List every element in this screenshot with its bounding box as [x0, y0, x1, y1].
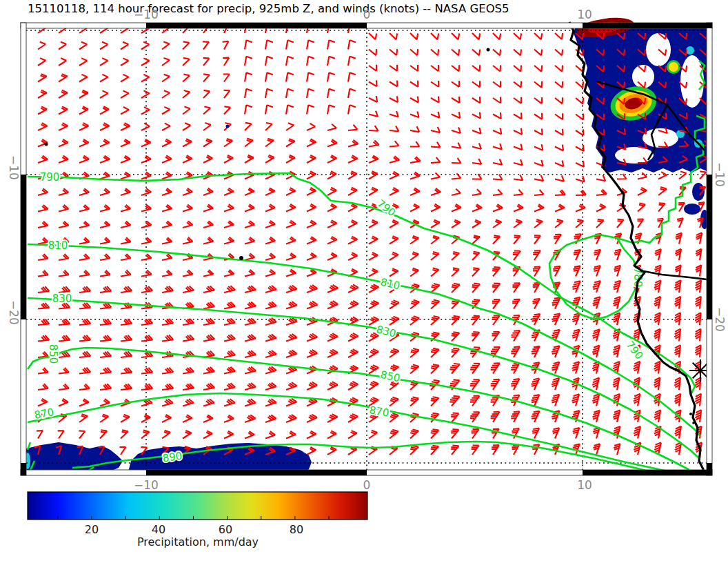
wind-barb [576, 161, 584, 167]
wind-barb [265, 204, 275, 212]
wind-barb [431, 252, 439, 260]
wind-barb [695, 410, 701, 422]
wind-barb [638, 203, 645, 211]
wind-barb [224, 204, 234, 211]
wind-barb [555, 145, 563, 151]
wind-barb [493, 159, 502, 165]
wind-barb [348, 237, 358, 244]
wind-barb [493, 190, 502, 196]
wind-barb [100, 319, 111, 325]
wind-barb [369, 301, 379, 309]
contour-label-870: 870 [33, 406, 54, 422]
wind-barb [183, 367, 194, 373]
wind-barb [431, 236, 439, 244]
wind-barb [245, 270, 255, 277]
wind-barb [59, 188, 68, 195]
wind-barb [654, 362, 660, 374]
wind-barb [390, 126, 398, 132]
wind-barb [533, 267, 540, 277]
wind-barb [327, 414, 338, 422]
wind-barb [79, 123, 89, 130]
wind-barb [203, 155, 212, 163]
wind-barb [307, 302, 318, 309]
lon-tick-top: 10 [577, 8, 592, 21]
wind-barb [410, 141, 420, 146]
wind-barb [79, 139, 89, 147]
wind-barb [410, 348, 419, 357]
wind-barb [369, 65, 376, 71]
wind-barb [472, 189, 481, 195]
wind-barb [452, 49, 459, 55]
colorbar-caption: Precipitation, mm/day [137, 535, 259, 549]
lon-tick-bottom: −10 [134, 478, 159, 492]
wind-barb [121, 107, 129, 115]
wind-barb [265, 40, 273, 49]
wind-barb [265, 286, 276, 293]
wind-barb [574, 250, 580, 260]
wind-barb [79, 254, 90, 260]
wind-barb [265, 155, 274, 163]
wind-barb [592, 411, 599, 422]
wind-barb [431, 33, 438, 39]
wind-barb [224, 270, 234, 276]
wind-barb [286, 286, 297, 293]
wind-barb [410, 413, 418, 422]
wind-barb [100, 188, 110, 195]
wind-barb [223, 75, 230, 82]
wind-barb [472, 252, 480, 260]
wind-barb [369, 365, 378, 373]
forecast-chart: 15110118, 114 hour forecast for precip, … [0, 0, 728, 563]
wind-barb [574, 266, 580, 276]
wind-barb [162, 205, 172, 212]
wind-barb [654, 410, 661, 422]
wind-barb [695, 345, 700, 357]
wind-barb [286, 89, 294, 98]
wind-barb [265, 431, 275, 438]
wind-barb [576, 176, 585, 182]
wind-barb [121, 254, 131, 260]
wind-barb [203, 41, 209, 49]
wind-barb [348, 414, 358, 422]
wind-barb [431, 81, 438, 87]
wind-barb [162, 431, 170, 439]
wind-barb [369, 382, 378, 390]
frame-zebra-black [707, 463, 712, 475]
wind-barb [286, 139, 295, 146]
wind-barb [38, 319, 49, 325]
wind-barb [348, 188, 357, 195]
wind-barb [38, 42, 46, 50]
wind-barb [410, 188, 420, 195]
wind-barb [79, 399, 89, 406]
wind-barb [390, 349, 399, 358]
wind-barb [514, 175, 523, 180]
wind-barb [514, 128, 522, 135]
wind-barb [614, 281, 621, 293]
wind-barb [162, 172, 172, 179]
wind-barb [594, 444, 600, 455]
wind-barb [452, 173, 461, 179]
wind-barb [552, 297, 560, 308]
wind-barb [38, 221, 48, 228]
wind-barb [390, 317, 399, 325]
wind-barb [676, 233, 682, 244]
wind-barb [410, 65, 418, 71]
wind-barb [614, 266, 621, 277]
wind-barb [513, 251, 520, 261]
precip-hole [632, 65, 654, 88]
wind-barb [390, 49, 397, 55]
wind-barb [79, 414, 88, 422]
wind-barb [472, 128, 481, 134]
wind-barb [203, 335, 214, 341]
wind-barb [265, 399, 276, 406]
wind-barb [59, 139, 68, 147]
wind-barb [410, 172, 420, 179]
wind-barb [369, 236, 378, 244]
wind-barb [431, 188, 441, 195]
wind-barb [327, 301, 338, 308]
wind-barb [162, 42, 170, 50]
wind-barb [431, 157, 441, 163]
wind-barb [369, 156, 378, 164]
wind-barb [162, 107, 170, 115]
wind-barb [38, 368, 48, 374]
wind-barb [100, 205, 110, 212]
